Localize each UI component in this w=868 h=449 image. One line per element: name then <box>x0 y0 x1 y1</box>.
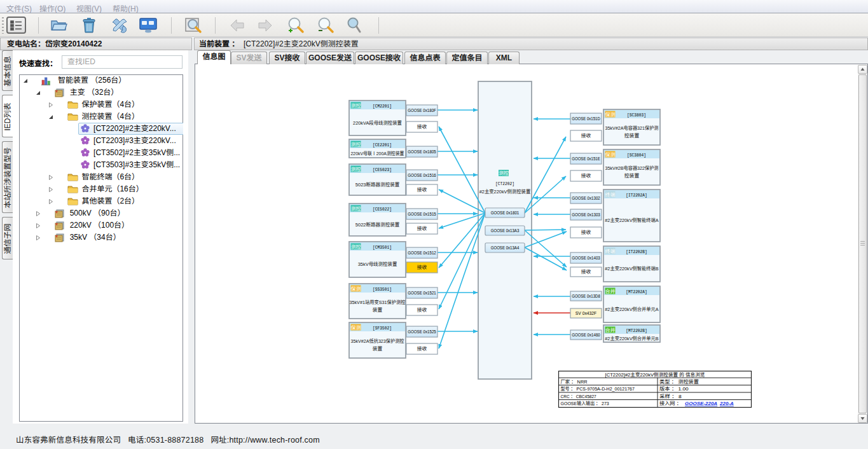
svg-text:[CM2201]: [CM2201] <box>373 103 392 109</box>
svg-text:采样 ： 8: 采样 ： 8 <box>659 394 682 399</box>
svg-text:[CE2201]: [CE2201] <box>373 142 392 148</box>
svg-text:GOOSE 0x13A3: GOOSE 0x13A3 <box>491 228 520 233</box>
svg-text:GOOSE 0x1515: GOOSE 0x1515 <box>408 211 436 217</box>
svg-text:[CT2202]: [CT2202] <box>495 181 514 186</box>
svg-text:GOOSE 0x151E: GOOSE 0x151E <box>572 156 600 162</box>
svg-text:接收: 接收 <box>417 307 427 313</box>
svg-text:#2主变220kV侧合并单元B: #2主变220kV侧合并单元B <box>605 336 658 342</box>
svg-text:[IT2202B]: [IT2202B] <box>626 249 647 254</box>
svg-text:终端: 终端 <box>605 249 616 254</box>
svg-text:保测: 保测 <box>351 325 361 331</box>
svg-text:35kV母线测控装置: 35kV母线测控装置 <box>358 261 397 267</box>
svg-text:[MT2202B]: [MT2202B] <box>626 328 647 333</box>
svg-text:[CM3501]: [CM3501] <box>373 244 392 250</box>
svg-text:#2主变220kV侧测控装置: #2主变220kV侧测控装置 <box>479 189 531 195</box>
svg-text:[CT2202]#2主变220kV侧测控装置 的 信息浏览: [CT2202]#2主变220kV侧测控装置 的 信息浏览 <box>605 372 705 378</box>
svg-text:GOOSE 0x13D8: GOOSE 0x13D8 <box>572 293 600 299</box>
svg-text:类型 ： 测控装置: 类型 ： 测控装置 <box>659 379 699 385</box>
svg-text:GOOSE 0x1460: GOOSE 0x1460 <box>572 332 600 338</box>
svg-text:[CE5022]: [CE5022] <box>373 206 392 212</box>
svg-text:[SF3502]: [SF3502] <box>373 325 392 331</box>
svg-text:控装置: 控装置 <box>624 133 639 139</box>
svg-text:装置: 装置 <box>373 346 383 352</box>
svg-text:测控: 测控 <box>351 142 361 148</box>
svg-text:接收: 接收 <box>417 226 427 231</box>
svg-text:控装置: 控装置 <box>624 173 639 179</box>
svg-text:GOOSE 0x1512: GOOSE 0x1512 <box>408 250 436 256</box>
svg-text:合并: 合并 <box>605 289 616 294</box>
svg-text:版本 ： 1.00: 版本 ： 1.00 <box>659 386 689 392</box>
svg-text:型号 ： PCS-9705A-D-H2_00121767: 型号 ： PCS-9705A-D-H2_00121767 <box>561 386 635 392</box>
svg-text:GOOSE-220A: GOOSE-220A <box>685 401 717 406</box>
svg-text:[IT2202A]: [IT2202A] <box>626 192 647 198</box>
svg-text:GOOSE 0x13A4: GOOSE 0x13A4 <box>491 245 520 251</box>
svg-text:终端: 终端 <box>605 192 616 198</box>
svg-text:5022断路器测控装置: 5022断路器测控装置 <box>355 222 400 228</box>
svg-text:合并: 合并 <box>605 328 616 333</box>
svg-text:GOOSE 0x151D: GOOSE 0x151D <box>572 116 600 121</box>
svg-text:#2主变220kV侧智能终端A: #2主变220kV侧智能终端A <box>605 218 659 223</box>
svg-text:GOOSE 0x1303: GOOSE 0x1303 <box>572 212 600 218</box>
svg-text:接收: 接收 <box>581 230 591 235</box>
svg-text:接收: 接收 <box>417 187 427 193</box>
svg-text:220-A: 220-A <box>719 401 734 406</box>
svg-text:35kV#2A电容器321保护测: 35kV#2A电容器321保护测 <box>605 125 659 131</box>
svg-text:测控: 测控 <box>351 103 361 109</box>
svg-text:接收: 接收 <box>581 269 591 275</box>
svg-text:保测: 保测 <box>605 152 616 158</box>
svg-text:35kV#2A低抗323保护测控: 35kV#2A低抗323保护测控 <box>351 338 404 344</box>
svg-text:测控: 测控 <box>351 206 361 212</box>
svg-text:GOOSE输入输出 ： 273: GOOSE输入输出 ： 273 <box>561 401 610 406</box>
svg-text:#2主变220kV侧智能终端B: #2主变220kV侧智能终端B <box>605 266 658 272</box>
svg-text:5023断路器测控装置: 5023断路器测控装置 <box>355 182 400 188</box>
svg-text:接收: 接收 <box>417 124 427 130</box>
svg-text:[SC3803]: [SC3803] <box>627 112 646 118</box>
svg-text:接收: 接收 <box>581 133 591 139</box>
svg-text:接收: 接收 <box>417 265 427 270</box>
svg-text:35kV#1站用变S31保护测控: 35kV#1站用变S31保护测控 <box>349 300 405 305</box>
svg-text:[MT2202A]: [MT2202A] <box>626 289 647 294</box>
svg-text:CRC ： CBC45827: CRC ： CBC45827 <box>561 394 597 399</box>
svg-text:GOOSE 0x1302: GOOSE 0x1302 <box>572 195 600 201</box>
svg-text:测控: 测控 <box>351 167 361 172</box>
svg-text:接入网 ：: 接入网 ： <box>659 401 682 406</box>
svg-text:[SS3501]: [SS3501] <box>373 286 392 292</box>
svg-text:装置: 装置 <box>373 307 383 313</box>
svg-text:测控: 测控 <box>351 244 361 250</box>
svg-text:GOOSE 0x180F: GOOSE 0x180F <box>408 107 436 113</box>
svg-text:[SC3804]: [SC3804] <box>627 152 646 158</box>
svg-text:GOOSE 0x1525: GOOSE 0x1525 <box>408 329 436 335</box>
svg-text:GOOSE 0x1403: GOOSE 0x1403 <box>572 255 600 261</box>
svg-text:35kV#2B电容器322保护测: 35kV#2B电容器322保护测 <box>605 165 659 171</box>
svg-text:GOOSE 0x1521: GOOSE 0x1521 <box>408 290 436 296</box>
svg-text:测控: 测控 <box>499 170 509 176</box>
svg-text:保测: 保测 <box>605 112 616 118</box>
svg-text:厂家 ： NRR: 厂家 ： NRR <box>561 379 588 385</box>
svg-text:220kVA段母线测控装置: 220kVA段母线测控装置 <box>353 120 402 126</box>
svg-text:SV 0x432F: SV 0x432F <box>575 310 597 316</box>
svg-text:接收: 接收 <box>417 346 427 352</box>
svg-text:GOOSE 0x1805: GOOSE 0x1805 <box>408 149 436 155</box>
svg-text:接收: 接收 <box>581 173 591 179</box>
svg-text:#2主变220kV侧合并单元A: #2主变220kV侧合并单元A <box>605 307 659 312</box>
svg-text:GOOSE 0x1801: GOOSE 0x1801 <box>491 210 520 216</box>
svg-text:保测: 保测 <box>351 286 361 292</box>
svg-text:[CE5023]: [CE5023] <box>373 167 392 172</box>
svg-text:GOOSE 0x1516: GOOSE 0x1516 <box>408 172 436 178</box>
svg-text:220kV母联Ⅰ200A测控装置: 220kV母联Ⅰ200A测控装置 <box>351 151 404 156</box>
